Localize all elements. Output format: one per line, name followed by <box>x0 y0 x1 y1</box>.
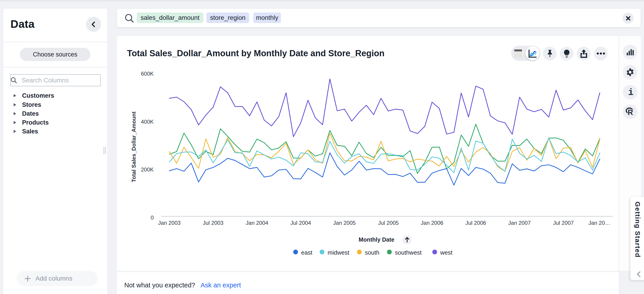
svg-text:R: R <box>628 108 633 116</box>
